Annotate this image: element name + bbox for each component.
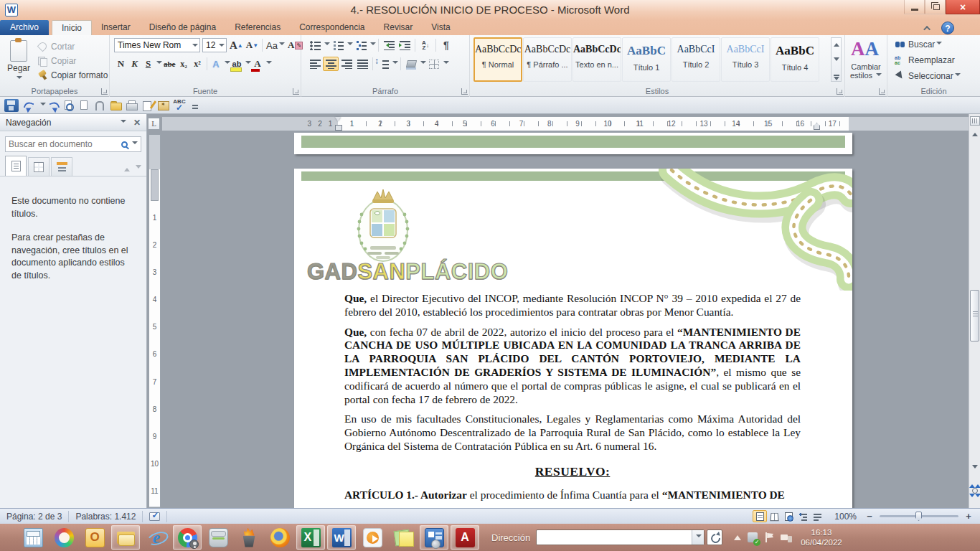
decrease-indent-button[interactable] [381, 38, 397, 52]
sort-button[interactable]: AZ↓ [418, 38, 433, 52]
font-color-button[interactable]: A [251, 57, 265, 71]
address-input[interactable] [536, 529, 705, 545]
copy-button[interactable]: Copiar [37, 54, 108, 68]
taskbar-word-button[interactable] [327, 525, 356, 550]
scrollbar-thumb[interactable] [970, 290, 979, 342]
strikethrough-button[interactable]: abe [162, 57, 177, 71]
style-título-3[interactable]: AaBbCcITítulo 3 [721, 37, 770, 82]
style-título-4[interactable]: AaBbCTítulo 4 [771, 37, 819, 82]
zoom-slider-thumb[interactable] [915, 512, 922, 521]
underline-button[interactable]: S [141, 57, 155, 71]
font-size-combobox[interactable]: 12 [202, 38, 227, 52]
justify-button[interactable] [354, 57, 370, 71]
taskbar-acrobat-button[interactable]: A [451, 525, 479, 550]
preview-icon[interactable] [62, 99, 76, 112]
subscript-button[interactable]: x₂ [177, 57, 191, 71]
zoom-slider[interactable] [880, 515, 958, 517]
font-family-combobox[interactable]: Times New Rom [114, 38, 200, 52]
taskbar-media-button[interactable] [358, 525, 387, 550]
change-styles-button[interactable]: Cambiar estilos [845, 62, 887, 80]
vertical-ruler[interactable]: 1234567891011 [149, 134, 161, 508]
newdoc-icon[interactable] [77, 99, 92, 112]
page-indicator[interactable]: Página: 2 de 3 [0, 511, 69, 522]
style-título-2[interactable]: AaBbCcITítulo 2 [672, 37, 720, 82]
restore-button[interactable] [925, 0, 946, 14]
superscript-button[interactable]: x² [191, 57, 204, 71]
document-page[interactable]: GADSANPLÁCIDO Que, el Director Ejecutivo… [294, 169, 852, 508]
change-case-button[interactable]: Aa [265, 38, 286, 52]
indent-marker-left[interactable] [335, 117, 341, 131]
pane-options-icon[interactable] [121, 120, 126, 126]
highlight-color-button[interactable]: ab [230, 57, 244, 71]
help-button[interactable]: ? [941, 22, 954, 34]
taskbar-cpanel-button[interactable] [420, 525, 448, 550]
tab-correspondencia[interactable]: Correspondencia [290, 20, 374, 35]
select-button[interactable]: Seleccionar [895, 69, 961, 83]
show-paragraph-marks-button[interactable]: ¶ [438, 38, 454, 52]
browse-headings-tab[interactable] [5, 156, 27, 176]
close-button[interactable]: × [946, 0, 980, 14]
spell-icon[interactable]: ABC✓ [172, 99, 187, 112]
styles-dialog-launcher[interactable] [837, 88, 843, 95]
vertical-scrollbar[interactable] [969, 114, 980, 508]
taskbar-firefox-button[interactable] [265, 525, 294, 550]
taskbar-explorer-button[interactable] [111, 525, 140, 550]
bullets-button[interactable] [307, 38, 323, 52]
zoom-in-button[interactable]: + [963, 511, 974, 522]
tab-archivo[interactable]: Archivo [0, 20, 49, 35]
undo-icon[interactable] [23, 99, 37, 112]
style-texto-en-n-[interactable]: AaBbCcDcTexto en n... [573, 37, 621, 82]
find-button[interactable]: Buscar [895, 37, 942, 52]
taskbar-outlook-button[interactable]: O [80, 525, 109, 550]
change-styles-dialog-launcher[interactable] [879, 88, 885, 95]
full-screen-reading-view-button[interactable] [767, 510, 781, 522]
tab-revisar[interactable]: Revisar [374, 20, 423, 35]
taskbar-scan-button[interactable] [204, 525, 232, 550]
clipboard-dialog-launcher[interactable] [101, 88, 108, 95]
taskbar-paint-button[interactable] [50, 525, 78, 550]
tab-vista[interactable]: Vista [422, 20, 459, 35]
tab-selector-button[interactable]: L [148, 118, 160, 130]
previous-page-button[interactable] [969, 474, 980, 485]
attach-icon[interactable] [93, 99, 108, 112]
tab-inicio[interactable]: Inicio [52, 20, 92, 35]
web-layout-view-button[interactable] [781, 510, 796, 522]
grow-font-button[interactable]: A▲ [228, 38, 245, 52]
format-painter-button[interactable]: Copiar formato [37, 68, 108, 83]
previous-heading-icon[interactable] [124, 165, 130, 171]
italic-button[interactable]: K [128, 57, 141, 71]
bold-button[interactable]: N [114, 57, 128, 71]
refresh-button[interactable] [707, 529, 722, 545]
ruler-toggle-button[interactable] [970, 116, 980, 126]
taskbar-chrome-button[interactable] [173, 525, 202, 550]
paragraph-dialog-launcher[interactable] [461, 88, 468, 95]
replace-button[interactable]: abacReemplazar [895, 53, 955, 67]
align-right-button[interactable] [339, 57, 354, 71]
next-heading-icon[interactable] [136, 165, 141, 171]
tab-insertar[interactable]: Insertar [92, 20, 140, 35]
horizontal-ruler[interactable]: 321 1234567891011121314151617 [161, 116, 969, 131]
multilevel-list-button[interactable] [353, 38, 369, 52]
print-icon[interactable] [125, 99, 139, 112]
draft-view-button[interactable] [810, 510, 824, 522]
cut-button[interactable]: Cortar [37, 39, 108, 54]
action-center-flag-icon[interactable] [764, 532, 774, 542]
increase-indent-button[interactable] [397, 38, 413, 52]
align-center-button[interactable] [323, 57, 339, 71]
network-icon[interactable] [781, 533, 792, 542]
usb-device-icon[interactable] [748, 532, 758, 542]
borders-button[interactable] [426, 57, 442, 71]
image-icon[interactable] [156, 99, 171, 112]
browse-pages-tab[interactable] [28, 157, 50, 176]
search-input[interactable] [9, 139, 121, 149]
close-pane-icon[interactable]: ✕ [133, 118, 141, 128]
collapse-ribbon-button[interactable] [920, 23, 936, 34]
styles-gallery-scroll[interactable] [831, 37, 842, 82]
taskbar-burn-button[interactable] [235, 525, 263, 550]
tab-referencias[interactable]: Referencias [225, 20, 290, 35]
word-count[interactable]: Palabras: 1.412 [69, 511, 143, 522]
save-icon[interactable] [4, 99, 19, 112]
font-dialog-launcher[interactable] [293, 88, 299, 95]
scroll-up-button[interactable] [969, 127, 980, 138]
next-page-button[interactable] [969, 496, 980, 508]
